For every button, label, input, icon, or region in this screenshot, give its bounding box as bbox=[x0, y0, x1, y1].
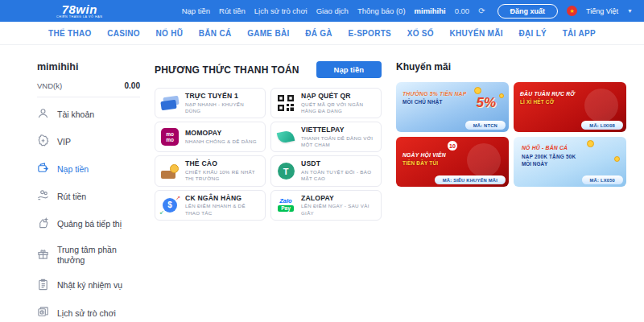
coin-decor bbox=[474, 87, 481, 94]
clipboard-icon bbox=[37, 279, 49, 293]
sidebar-item-rewards[interactable]: Trung tâm phần thưởng bbox=[37, 238, 140, 272]
payment-method-usdt[interactable]: T USDT AN TOÀN TUYỆT ĐỐI - BẢO MẬT CAO bbox=[270, 155, 382, 186]
promo-code-badge: MÃ: LX050 bbox=[582, 175, 623, 184]
nav-lottery[interactable]: XỔ SỐ bbox=[407, 29, 434, 38]
game-history-icon bbox=[37, 306, 49, 320]
banner-line1: THƯỞNG 5% TIỀN NẠP bbox=[402, 90, 466, 98]
refresh-balance-icon[interactable]: ⟳ bbox=[478, 6, 485, 15]
coin-decor bbox=[614, 156, 620, 162]
promo-banner-sunday-bonus[interactable]: THƯỞNG 5% TIỀN NẠP MỖI CHỦ NHẬT 5% MÃ: N… bbox=[396, 82, 509, 132]
sidebar-balance-value: 0.00 bbox=[125, 81, 140, 90]
payment-method-viettelpay[interactable]: VIETTELPAY THANH TOÁN DỄ DÀNG VỚI MỘT CH… bbox=[270, 122, 382, 152]
topbar-link-game-history[interactable]: Lịch sử trò chơi bbox=[254, 6, 308, 15]
payment-title: PHƯƠNG THỨC THANH TOÁN bbox=[155, 64, 299, 76]
account-sidebar: mimihihi VND(k) 0.00 Tài khoản VIP Nạp t… bbox=[37, 61, 140, 322]
promotions-title: Khuyến mãi bbox=[396, 61, 626, 72]
zalopay-icon: ZaloPay bbox=[276, 196, 295, 215]
momo-icon: momo bbox=[160, 127, 180, 147]
banner-decor bbox=[584, 89, 618, 122]
viettelpay-icon bbox=[276, 127, 295, 147]
payment-method-subtitle: THANH TOÁN DỄ DÀNG VỚI MỘT CHẠM bbox=[301, 135, 376, 149]
page-content: mimihihi VND(k) 0.00 Tài khoản VIP Nạp t… bbox=[0, 45, 644, 322]
nav-download-app[interactable]: TẢI APP bbox=[563, 29, 596, 38]
sidebar-item-vip[interactable]: VIP bbox=[37, 128, 140, 155]
logout-button[interactable]: Đăng xuất bbox=[497, 4, 559, 19]
topbar-link-deposit[interactable]: Nạp tiền bbox=[182, 6, 210, 15]
payment-method-subtitle: LÊN ĐIỂM NGAY - SAU VÀI GIÂY bbox=[301, 203, 376, 217]
sidebar-item-game-history[interactable]: Lịch sử trò chơi bbox=[37, 299, 140, 322]
language-selector[interactable]: Tiếng Việt bbox=[586, 7, 618, 15]
scratch-card-icon bbox=[160, 162, 180, 181]
payment-method-qr[interactable]: NẠP QUÉT QR QUÉT MÃ QR VỚI NGÂN HÀNG ĐA … bbox=[270, 88, 382, 118]
payment-header: PHƯƠNG THỨC THANH TOÁN Nạp tiền bbox=[155, 61, 382, 78]
sidebar-item-account[interactable]: Tài khoản bbox=[37, 101, 140, 128]
banner-stamp: 10 bbox=[447, 140, 458, 151]
user-icon bbox=[37, 107, 49, 122]
sidebar-item-label: Nhật ký nhiệm vụ bbox=[57, 280, 122, 291]
vietnam-flag-icon: ★ bbox=[567, 6, 577, 16]
banner-line2: TIỀN ĐẦY TÚI bbox=[402, 159, 446, 167]
payment-method-subtitle: CHIẾT KHẤU 10% RẺ NHẤT THỊ TRƯỜNG bbox=[185, 169, 260, 183]
gift-icon bbox=[37, 248, 49, 262]
topbar-link-transactions[interactable]: Giao dịch bbox=[316, 6, 349, 15]
payment-method-subtitle: NẠP NHANH - KHUYẾN DÙNG bbox=[185, 101, 260, 115]
payment-method-subtitle: AN TOÀN TUYỆT ĐỐI - BẢO MẬT CAO bbox=[301, 169, 376, 183]
wallet-deposit-icon bbox=[37, 162, 49, 176]
brand-logo[interactable]: 78win CHIẾN THẮNG LÀ VÔ HẠN bbox=[56, 3, 102, 19]
deposit-button[interactable]: Nạp tiền bbox=[316, 61, 382, 78]
nav-agency[interactable]: ĐẠI LÝ bbox=[518, 29, 547, 38]
payment-method-online1[interactable]: TRỰC TUYẾN 1 NẠP NHANH - KHUYẾN DÙNG bbox=[155, 88, 266, 118]
payment-method-title: THẺ CÀO bbox=[185, 159, 260, 167]
nav-promotions[interactable]: KHUYẾN MÃI bbox=[450, 29, 503, 38]
promo-banner-monday-lixi[interactable]: ĐẦU TUẦN RỰC RỠ LÌ XÌ HẾT CỠ MÃ: LIXI08 bbox=[514, 82, 626, 132]
chevron-down-icon[interactable]: ▼ bbox=[627, 8, 633, 14]
promo-banner-member-day[interactable]: 10 NGÀY HỘI VIÊN TIỀN ĐẦY TÚI MÃ: SIÊU K… bbox=[396, 137, 509, 187]
banner-decor bbox=[467, 143, 501, 177]
sidebar-item-label: Tài khoản bbox=[57, 109, 94, 120]
sidebar-item-label: Quảng bá tiếp thị bbox=[57, 219, 122, 229]
payment-method-momopay[interactable]: momo MOMOPAY NHANH CHÓNG & DỄ DÀNG bbox=[155, 122, 266, 152]
credit-cards-icon bbox=[160, 93, 180, 113]
nav-card-games[interactable]: GAME BÀI bbox=[247, 29, 289, 38]
sidebar-item-affiliate[interactable]: Quảng bá tiếp thị bbox=[37, 211, 140, 238]
sidebar-item-label: Lịch sử trò chơi bbox=[57, 308, 116, 319]
nav-cockfight[interactable]: ĐÁ GÀ bbox=[305, 29, 332, 38]
payment-method-title: ZALOPAY bbox=[301, 194, 376, 202]
payment-method-subtitle: LÊN ĐIỂM NHANH & DỄ THAO TÁC bbox=[185, 203, 260, 217]
sidebar-item-label: VIP bbox=[57, 137, 71, 147]
promo-code-badge: MÃ: LIXI08 bbox=[581, 121, 623, 130]
banner-line1: ĐẦU TUẦN RỰC RỠ bbox=[520, 90, 575, 98]
sidebar-username: mimihihi bbox=[37, 61, 140, 72]
payment-method-bank-transfer[interactable]: $ ↗ ↙ CK NGÂN HÀNG LÊN ĐIỂM NHANH & DỄ T… bbox=[155, 190, 266, 221]
sidebar-balance-row: VND(k) 0.00 bbox=[37, 81, 140, 97]
promo-code-badge: MÃ: SIÊU KHUYẾN MÃI bbox=[435, 175, 506, 184]
main-nav: THỂ THAO CASINO NỔ HŨ BẮN CÁ GAME BÀI ĐÁ… bbox=[0, 22, 644, 45]
nav-sports[interactable]: THỂ THAO bbox=[48, 29, 92, 38]
sidebar-item-deposit[interactable]: Nạp tiền bbox=[37, 155, 140, 183]
topbar-link-notifications[interactable]: Thông báo (0) bbox=[357, 6, 406, 15]
payment-method-title: USDT bbox=[301, 159, 376, 167]
nav-esports[interactable]: E-SPORTS bbox=[349, 29, 392, 38]
hand-coins-icon bbox=[37, 189, 49, 204]
sidebar-item-task-log[interactable]: Nhật ký nhiệm vụ bbox=[37, 272, 140, 299]
topbar: 78win CHIẾN THẮNG LÀ VÔ HẠN Nạp tiền Rút… bbox=[0, 0, 644, 22]
banner-line2: MỖI CHỦ NHẬT bbox=[402, 98, 466, 106]
promo-banner-fishing-daily[interactable]: NỔ HŨ - BẮN CÁ NẠP 200K TẶNG 50K MỖI NGÀ… bbox=[514, 137, 626, 187]
payment-method-scratch-card[interactable]: THẺ CÀO CHIẾT KHẤU 10% RẺ NHẤT THỊ TRƯỜN… bbox=[155, 155, 266, 186]
payment-method-zalopay[interactable]: ZaloPay ZALOPAY LÊN ĐIỂM NGAY - SAU VÀI … bbox=[270, 190, 382, 221]
banner-line2: LÌ XÌ HẾT CỠ bbox=[520, 98, 575, 106]
banner-big-number: 5% bbox=[476, 95, 496, 111]
nav-slots[interactable]: NỔ HŨ bbox=[155, 29, 183, 38]
payment-method-subtitle: QUÉT MÃ QR VỚI NGÂN HÀNG ĐA DẠNG bbox=[301, 101, 376, 115]
payment-method-title: TRỰC TUYẾN 1 bbox=[185, 92, 260, 100]
topbar-link-withdraw[interactable]: Rút tiền bbox=[219, 6, 246, 15]
sidebar-item-label: Nạp tiền bbox=[57, 164, 89, 175]
nav-fishing[interactable]: BẮN CÁ bbox=[199, 29, 232, 38]
currency-label: VND(k) bbox=[37, 81, 62, 90]
sidebar-item-withdraw[interactable]: Rút tiền bbox=[37, 183, 140, 210]
promotions-grid: THƯỞNG 5% TIỀN NẠP MỖI CHỦ NHẬT 5% MÃ: N… bbox=[396, 82, 626, 187]
nav-casino[interactable]: CASINO bbox=[107, 29, 140, 38]
username-label[interactable]: mimihihi bbox=[415, 6, 446, 15]
vip-medal-icon bbox=[37, 134, 49, 149]
brand-title: 78win bbox=[62, 3, 97, 15]
